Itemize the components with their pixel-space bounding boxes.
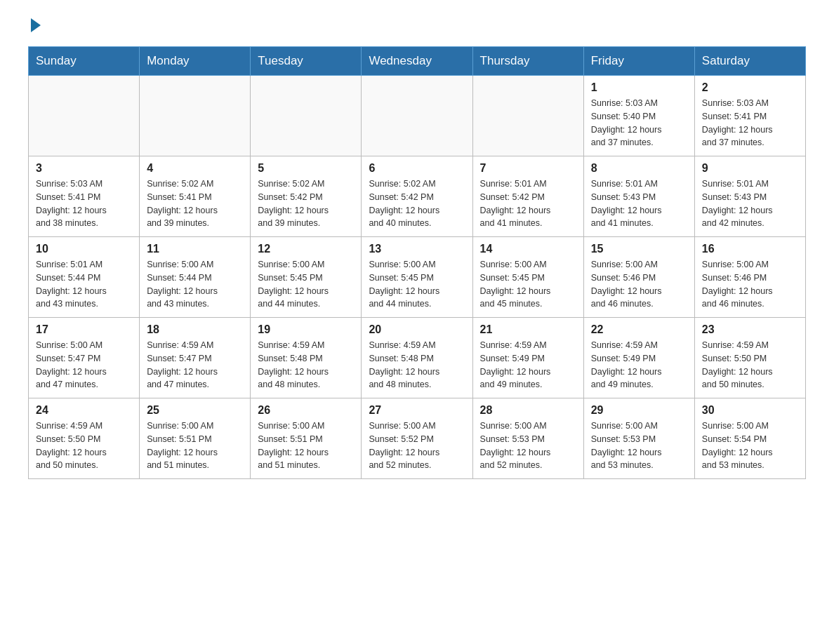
weekday-header-wednesday: Wednesday [362, 47, 472, 76]
day-info: Sunrise: 5:00 AMSunset: 5:45 PMDaylight:… [369, 258, 465, 311]
calendar-cell: 8Sunrise: 5:01 AMSunset: 5:43 PMDaylight… [583, 156, 694, 237]
weekday-header-saturday: Saturday [694, 47, 805, 76]
day-number: 7 [480, 162, 576, 175]
calendar-cell [140, 76, 251, 156]
day-info: Sunrise: 4:59 AMSunset: 5:50 PMDaylight:… [36, 420, 132, 472]
day-number: 29 [591, 404, 687, 417]
day-info: Sunrise: 5:00 AMSunset: 5:54 PMDaylight:… [702, 420, 798, 472]
calendar-cell: 6Sunrise: 5:02 AMSunset: 5:42 PMDaylight… [362, 156, 472, 237]
day-info: Sunrise: 5:02 AMSunset: 5:42 PMDaylight:… [258, 177, 354, 230]
day-number: 1 [591, 81, 687, 94]
day-number: 5 [258, 162, 354, 175]
day-number: 15 [591, 243, 687, 255]
calendar-cell: 3Sunrise: 5:03 AMSunset: 5:41 PMDaylight… [29, 156, 140, 237]
day-info: Sunrise: 5:00 AMSunset: 5:53 PMDaylight:… [591, 420, 687, 472]
day-number: 17 [36, 323, 132, 336]
calendar-cell: 18Sunrise: 4:59 AMSunset: 5:47 PMDayligh… [140, 318, 251, 398]
day-info: Sunrise: 4:59 AMSunset: 5:50 PMDaylight:… [702, 339, 798, 391]
day-info: Sunrise: 5:01 AMSunset: 5:43 PMDaylight:… [591, 177, 687, 230]
calendar-cell: 27Sunrise: 5:00 AMSunset: 5:52 PMDayligh… [362, 398, 472, 479]
day-number: 28 [480, 404, 576, 417]
calendar-cell: 7Sunrise: 5:01 AMSunset: 5:42 PMDaylight… [472, 156, 583, 237]
day-number: 2 [702, 81, 798, 94]
day-number: 8 [591, 162, 687, 175]
day-number: 13 [369, 243, 465, 255]
calendar-cell: 28Sunrise: 5:00 AMSunset: 5:53 PMDayligh… [472, 398, 583, 479]
day-info: Sunrise: 5:01 AMSunset: 5:44 PMDaylight:… [36, 258, 132, 311]
day-info: Sunrise: 5:00 AMSunset: 5:45 PMDaylight:… [258, 258, 354, 311]
calendar-cell: 26Sunrise: 5:00 AMSunset: 5:51 PMDayligh… [251, 398, 362, 479]
calendar-cell: 19Sunrise: 4:59 AMSunset: 5:48 PMDayligh… [251, 318, 362, 398]
day-number: 12 [258, 243, 354, 255]
calendar-cell: 20Sunrise: 4:59 AMSunset: 5:48 PMDayligh… [362, 318, 472, 398]
day-number: 22 [591, 323, 687, 336]
day-info: Sunrise: 5:01 AMSunset: 5:43 PMDaylight:… [702, 177, 798, 230]
calendar-cell: 5Sunrise: 5:02 AMSunset: 5:42 PMDaylight… [251, 156, 362, 237]
logo-arrow-icon [31, 18, 41, 32]
day-number: 20 [369, 323, 465, 336]
weekday-header-friday: Friday [583, 47, 694, 76]
calendar-cell: 13Sunrise: 5:00 AMSunset: 5:45 PMDayligh… [362, 237, 472, 318]
day-info: Sunrise: 5:03 AMSunset: 5:40 PMDaylight:… [591, 97, 687, 149]
calendar-cell: 4Sunrise: 5:02 AMSunset: 5:41 PMDaylight… [140, 156, 251, 237]
day-number: 21 [480, 323, 576, 336]
day-info: Sunrise: 4:59 AMSunset: 5:48 PMDaylight:… [369, 339, 465, 391]
day-info: Sunrise: 5:00 AMSunset: 5:44 PMDaylight:… [147, 258, 243, 311]
calendar-cell: 17Sunrise: 5:00 AMSunset: 5:47 PMDayligh… [29, 318, 140, 398]
day-info: Sunrise: 5:02 AMSunset: 5:41 PMDaylight:… [147, 177, 243, 230]
day-number: 14 [480, 243, 576, 255]
day-info: Sunrise: 5:03 AMSunset: 5:41 PMDaylight:… [36, 177, 132, 230]
day-info: Sunrise: 5:00 AMSunset: 5:51 PMDaylight:… [258, 420, 354, 472]
week-row-1: 3Sunrise: 5:03 AMSunset: 5:41 PMDaylight… [29, 156, 806, 237]
calendar-cell: 25Sunrise: 5:00 AMSunset: 5:51 PMDayligh… [140, 398, 251, 479]
calendar-cell: 24Sunrise: 4:59 AMSunset: 5:50 PMDayligh… [29, 398, 140, 479]
day-number: 3 [36, 162, 132, 175]
week-row-4: 24Sunrise: 4:59 AMSunset: 5:50 PMDayligh… [29, 398, 806, 479]
calendar-table: SundayMondayTuesdayWednesdayThursdayFrid… [28, 46, 806, 479]
logo [28, 21, 41, 32]
calendar-cell: 15Sunrise: 5:00 AMSunset: 5:46 PMDayligh… [583, 237, 694, 318]
calendar-cell: 2Sunrise: 5:03 AMSunset: 5:41 PMDaylight… [694, 76, 805, 156]
day-info: Sunrise: 5:00 AMSunset: 5:52 PMDaylight:… [369, 420, 465, 472]
day-number: 25 [147, 404, 243, 417]
day-info: Sunrise: 5:00 AMSunset: 5:51 PMDaylight:… [147, 420, 243, 472]
calendar-cell: 9Sunrise: 5:01 AMSunset: 5:43 PMDaylight… [694, 156, 805, 237]
week-row-3: 17Sunrise: 5:00 AMSunset: 5:47 PMDayligh… [29, 318, 806, 398]
day-info: Sunrise: 5:00 AMSunset: 5:47 PMDaylight:… [36, 339, 132, 391]
calendar-cell: 12Sunrise: 5:00 AMSunset: 5:45 PMDayligh… [251, 237, 362, 318]
day-number: 16 [702, 243, 798, 255]
day-info: Sunrise: 5:00 AMSunset: 5:46 PMDaylight:… [591, 258, 687, 311]
page-header [28, 21, 806, 32]
day-info: Sunrise: 4:59 AMSunset: 5:49 PMDaylight:… [591, 339, 687, 391]
day-info: Sunrise: 5:00 AMSunset: 5:45 PMDaylight:… [480, 258, 576, 311]
day-number: 27 [369, 404, 465, 417]
day-number: 30 [702, 404, 798, 417]
weekday-header-row: SundayMondayTuesdayWednesdayThursdayFrid… [29, 47, 806, 76]
calendar-cell: 29Sunrise: 5:00 AMSunset: 5:53 PMDayligh… [583, 398, 694, 479]
day-number: 19 [258, 323, 354, 336]
calendar-cell [362, 76, 472, 156]
day-number: 18 [147, 323, 243, 336]
week-row-0: 1Sunrise: 5:03 AMSunset: 5:40 PMDaylight… [29, 76, 806, 156]
calendar-cell [251, 76, 362, 156]
day-info: Sunrise: 5:00 AMSunset: 5:46 PMDaylight:… [702, 258, 798, 311]
day-number: 4 [147, 162, 243, 175]
day-number: 9 [702, 162, 798, 175]
weekday-header-thursday: Thursday [472, 47, 583, 76]
day-number: 23 [702, 323, 798, 336]
day-info: Sunrise: 4:59 AMSunset: 5:47 PMDaylight:… [147, 339, 243, 391]
day-number: 24 [36, 404, 132, 417]
calendar-cell: 23Sunrise: 4:59 AMSunset: 5:50 PMDayligh… [694, 318, 805, 398]
weekday-header-monday: Monday [140, 47, 251, 76]
day-info: Sunrise: 4:59 AMSunset: 5:48 PMDaylight:… [258, 339, 354, 391]
day-number: 6 [369, 162, 465, 175]
calendar-cell: 11Sunrise: 5:00 AMSunset: 5:44 PMDayligh… [140, 237, 251, 318]
calendar-cell: 1Sunrise: 5:03 AMSunset: 5:40 PMDaylight… [583, 76, 694, 156]
calendar-cell [29, 76, 140, 156]
day-number: 10 [36, 243, 132, 255]
calendar-cell: 21Sunrise: 4:59 AMSunset: 5:49 PMDayligh… [472, 318, 583, 398]
day-number: 11 [147, 243, 243, 255]
calendar-cell: 22Sunrise: 4:59 AMSunset: 5:49 PMDayligh… [583, 318, 694, 398]
weekday-header-tuesday: Tuesday [251, 47, 362, 76]
day-info: Sunrise: 5:01 AMSunset: 5:42 PMDaylight:… [480, 177, 576, 230]
